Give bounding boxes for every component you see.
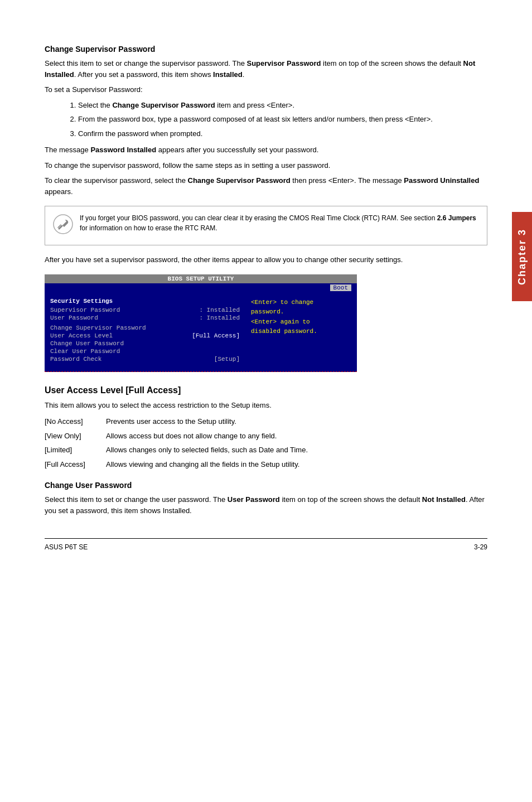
bios-header: BIOS SETUP UTILITY (45, 274, 357, 283)
access-row-view-only: [View Only] Allows access but does not a… (45, 431, 487, 442)
bios-user-row: User Password : Installed (50, 315, 240, 321)
access-row-no-access: [No Access] Prevents user access to the … (45, 416, 487, 427)
section1-title: Change Supervisor Password (45, 45, 487, 54)
bios-user-access-value: [Full Access] (192, 332, 240, 339)
msg-installed: The message Password Installed appears a… (45, 144, 487, 156)
bold-password-uninstalled: Password Uninstalled (404, 176, 479, 185)
step-1: Select the Change Supervisor Password it… (78, 100, 487, 111)
access-desc-view-only: Allows access but does not allow change … (106, 431, 487, 442)
footer-right: 3-29 (474, 543, 487, 551)
bios-item-change-supervisor: Change Supervisor Password (50, 325, 240, 331)
bios-supervisor-value: : Installed (199, 307, 240, 313)
access-desc-limited: Allows changes only to selected fields, … (106, 445, 487, 456)
bios-screen: BIOS SETUP UTILITY Boot Security Setting… (45, 274, 357, 372)
bios-item-clear-user: Clear User Password (50, 348, 240, 355)
chapter-tab: Chapter 3 (512, 212, 532, 301)
bold-jumpers: 2.6 Jumpers (437, 214, 476, 222)
bios-password-check-value: [Setup] (214, 356, 240, 363)
access-label-full: [Full Access] (45, 459, 106, 470)
bios-user-access-label: User Access Level (50, 332, 113, 339)
change-note: To change the supervisor password, follo… (45, 160, 487, 171)
svg-point-0 (54, 215, 72, 234)
clear-note: To clear the supervisor password, select… (45, 175, 487, 197)
after-note: After you have set a supervisor password… (45, 254, 487, 265)
access-label-view-only: [View Only] (45, 431, 106, 442)
section3-title: Change User Password (45, 481, 487, 490)
note-icon (53, 214, 73, 238)
access-desc-no-access: Prevents user access to the Setup utilit… (106, 416, 487, 427)
bios-section-title: Security Settings (50, 298, 240, 305)
section2-intro: This item allows you to select the acces… (45, 400, 487, 411)
section1-intro: Select this item to set or change the su… (45, 58, 487, 80)
section2-title: User Access Level [Full Access] (45, 385, 487, 395)
steps-list: Select the Change Supervisor Password it… (78, 100, 487, 139)
bold-not-installed-2: Not Installed (422, 495, 466, 504)
bios-supervisor-label: Supervisor Password (50, 307, 120, 313)
set-supervisor-intro: To set a Supervisor Password: (45, 84, 487, 95)
bios-password-check-label: Password Check (50, 356, 101, 363)
bios-item-user-access: User Access Level [Full Access] (50, 332, 240, 339)
page-footer: ASUS P6T SE 3-29 (45, 538, 487, 551)
access-table: [No Access] Prevents user access to the … (45, 416, 487, 470)
bios-item-password-check: Password Check [Setup] (50, 356, 240, 363)
bios-help-line4: disabled password. (251, 327, 351, 337)
bios-help-line2: password. (251, 307, 351, 317)
step-2: From the password box, type a password c… (78, 114, 487, 125)
bold-password-installed: Password Installed (90, 146, 156, 154)
bold-user-password: User Password (228, 495, 280, 504)
bios-body: Security Settings Supervisor Password : … (45, 292, 357, 369)
access-row-full: [Full Access] Allows viewing and changin… (45, 459, 487, 470)
bios-tab-boot: Boot (330, 284, 351, 291)
access-label-no-access: [No Access] (45, 416, 106, 427)
bios-user-value: : Installed (199, 315, 240, 321)
access-label-limited: [Limited] (45, 445, 106, 456)
bios-user-label: User Password (50, 315, 98, 321)
bios-items: Change Supervisor Password User Access L… (50, 325, 240, 363)
step-3: Confirm the password when prompted. (78, 128, 487, 139)
bios-help-line3: <Enter> again to (251, 317, 351, 327)
bios-left-panel: Security Settings Supervisor Password : … (45, 296, 245, 366)
access-row-limited: [Limited] Allows changes only to selecte… (45, 445, 487, 456)
bios-divider (45, 371, 357, 372)
access-desc-full: Allows viewing and changing all the fiel… (106, 459, 487, 470)
bold-supervisor-password: Supervisor Password (247, 59, 321, 67)
footer-left: ASUS P6T SE (45, 543, 88, 551)
note-box: If you forget your BIOS password, you ca… (45, 206, 487, 245)
bios-item-change-user: Change User Password (50, 340, 240, 347)
bold-installed: Installed (213, 70, 243, 79)
bios-tabs: Boot (45, 283, 357, 292)
page-container: Change Supervisor Password Select this i… (0, 0, 532, 584)
bios-help-line1: <Enter> to change (251, 298, 351, 308)
section3-intro: Select this item to set or change the us… (45, 494, 487, 516)
bios-supervisor-row: Supervisor Password : Installed (50, 307, 240, 313)
note-text: If you forget your BIOS password, you ca… (80, 213, 479, 233)
bios-right-panel: <Enter> to change password. <Enter> agai… (245, 296, 357, 366)
tool-icon (53, 214, 73, 234)
bold-change-supervisor: Change Supervisor Password (112, 101, 215, 109)
bold-change-supervisor-2: Change Supervisor Password (188, 176, 291, 185)
